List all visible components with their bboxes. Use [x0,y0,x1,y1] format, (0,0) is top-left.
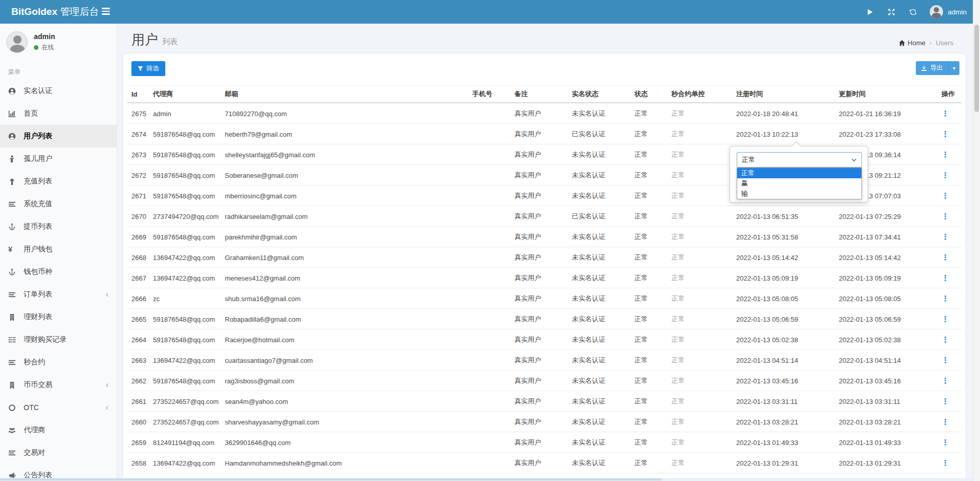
control-value[interactable]: 正常 [671,397,685,405]
user-menu[interactable]: admin [930,5,967,18]
export-dropdown-toggle[interactable]: ▾ [948,61,959,75]
row-actions-button[interactable]: ⋮ [941,212,949,220]
row-actions-button[interactable]: ⋮ [941,109,949,118]
cell-status: 正常 [630,144,667,165]
row-actions-button[interactable]: ⋮ [941,438,949,447]
sidebar-item-spot-trade[interactable]: 币币交易‹ [0,374,117,396]
breadcrumb-home-link[interactable]: Home [898,39,926,47]
sidebar-item-home[interactable]: 首页 [0,102,117,125]
cell-action: ⋮ [937,432,962,453]
cell-created: 2022-01-13 05:14:42 [732,247,835,268]
control-value[interactable]: 正常 [671,253,685,261]
row-actions-button[interactable]: ⋮ [941,191,949,200]
table-row: 2665591876548@qq.comRobapadilla6@gmail.c… [127,309,962,329]
sidebar-item-trade-pairs[interactable]: 交易对 [0,441,117,464]
sidebar-item-users[interactable]: 用户列表 [0,125,117,147]
cell-agent: 591876548@qq.com [149,144,221,165]
app-brand[interactable]: BitGoldex 管理后台 [11,0,99,24]
cell-status: 正常 [630,453,667,473]
cell-id: 2659 [127,432,149,453]
control-value[interactable]: 正常 [671,109,685,117]
control-value[interactable]: 正常 [671,233,685,240]
row-actions-button[interactable]: ⋮ [941,253,949,262]
column-header-status: 状态 [630,86,667,103]
sidebar-item-withdraw-list[interactable]: 提币列表 [0,215,117,238]
sidebar-item-orphan-users[interactable]: 孤儿用户 [0,147,117,170]
row-actions-button[interactable]: ⋮ [941,130,949,138]
control-value[interactable]: 正常 [671,459,685,467]
cell-updated: 2022-01-13 01:49:33 [835,432,937,453]
row-actions-button[interactable]: ⋮ [941,171,949,179]
cell-control: 正常 [667,268,732,288]
cell-agent: 591876548@qq.com [149,329,221,350]
cell-phone [468,371,510,391]
dropdown-option[interactable]: 正常 [737,168,861,178]
cell-id: 2660 [127,412,149,432]
play-icon[interactable] [865,7,874,16]
cell-kyc: 未实名认证 [568,165,630,186]
control-value[interactable]: 正常 [671,377,685,384]
table-row: 2658136947422@qq.comHamdanmohammedsheikh… [127,453,962,473]
sidebar-item-kyc[interactable]: 实名认证 [0,80,117,102]
control-select[interactable]: 正常 [737,152,862,168]
sidebar-item-system-deposit[interactable]: 系统充值 [0,193,117,215]
sidebar-item-wealth-list[interactable]: 理财列表 [0,306,117,328]
sidebar-item-order-list[interactable]: 订单列表‹ [0,283,117,306]
control-value[interactable]: 正常 [671,192,685,199]
control-value[interactable]: 正常 [671,315,685,323]
filter-button[interactable]: 筛选 [131,61,165,76]
row-actions-button[interactable]: ⋮ [941,356,949,364]
refresh-icon[interactable] [908,7,917,16]
topbar-username: admin [948,8,967,16]
column-header-id: Id [127,86,149,103]
row-actions-button[interactable]: ⋮ [941,150,949,159]
row-actions-button[interactable]: ⋮ [941,458,949,467]
row-actions-button[interactable]: ⋮ [941,376,949,385]
row-actions-button[interactable]: ⋮ [941,232,949,241]
control-value[interactable]: 正常 [671,171,685,179]
cell-agent: 2735224657@qq.com [149,391,221,412]
cell-note: 真实用户 [510,268,568,288]
cell-action: ⋮ [937,329,962,350]
cell-email: shelleystanfajgj65@gmail.com [221,144,468,165]
sidebar-item-otc[interactable]: OTC‹ [0,396,117,419]
row-actions-button[interactable]: ⋮ [941,294,949,303]
control-value[interactable]: 正常 [671,356,685,364]
sidebar-item-label: 理财列表 [24,312,52,322]
control-value[interactable]: 正常 [671,336,685,343]
control-value[interactable]: 正常 [671,151,685,158]
column-header-action: 操作 [937,86,962,103]
row-actions-button[interactable]: ⋮ [941,335,949,344]
cell-id: 2668 [127,247,149,268]
sidebar-item-deposit-list[interactable]: 充值列表 [0,170,117,193]
control-value[interactable]: 正常 [671,212,685,220]
fullscreen-icon[interactable] [887,7,896,16]
control-value[interactable]: 正常 [671,130,685,138]
vertical-scrollbar-thumb[interactable] [974,25,979,112]
row-actions-button[interactable]: ⋮ [941,417,949,426]
sidebar-item-second-contract[interactable]: 秒合约 [0,351,117,374]
control-value[interactable]: 正常 [671,294,685,302]
row-actions-button[interactable]: ⋮ [941,273,949,282]
sidebar-item-user-wallets[interactable]: ¥用户钱包 [0,238,117,261]
export-button[interactable]: 导出 [916,61,948,75]
dropdown-option[interactable]: 输 [737,189,861,199]
dropdown-option[interactable]: 赢 [737,178,861,189]
sidebar-item-agents[interactable]: 代理商 [0,419,117,441]
sidebar-toggle-icon[interactable] [102,8,111,16]
control-value[interactable]: 正常 [671,438,685,446]
row-actions-button[interactable]: ⋮ [941,314,949,323]
control-value[interactable]: 正常 [671,274,685,282]
cell-id: 2664 [127,329,149,350]
sidebar-item-wallet-coins[interactable]: 钱包币种 [0,261,117,283]
sidebar-item-wealth-records[interactable]: 理财购买记录 [0,328,117,351]
cell-created: 2022-01-13 05:31:58 [732,227,835,247]
row-actions-button[interactable]: ⋮ [941,397,949,405]
cell-email: 710892270@qq.com [221,103,468,124]
avatar[interactable] [6,31,28,53]
horizontal-scrollbar-thumb[interactable] [0,478,662,480]
control-value[interactable]: 正常 [671,418,685,425]
cell-kyc: 未实名认证 [568,103,630,124]
column-header-phone: 手机号 [468,86,510,103]
cell-id: 2663 [127,350,149,371]
